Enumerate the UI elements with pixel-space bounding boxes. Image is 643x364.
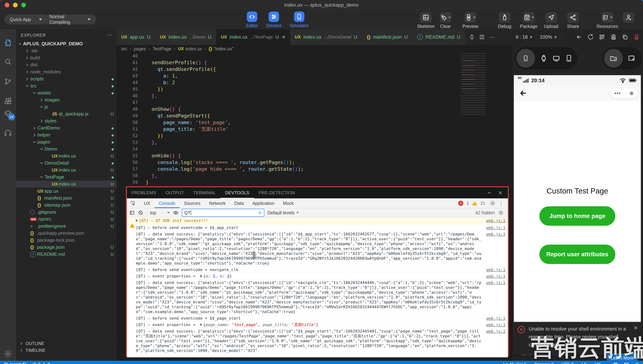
device-fold-icon[interactable]	[565, 54, 573, 62]
device-watch-icon[interactable]	[540, 54, 548, 62]
fit-screen-icon[interactable]	[627, 54, 635, 62]
git-branch-item[interactable]: main*	[4, 362, 27, 364]
console-source-link[interactable]: web.js:1	[486, 232, 505, 236]
skeleton-button[interactable]: Skeleton	[417, 12, 434, 29]
outline-section[interactable]: OUTLINE	[16, 340, 117, 347]
tab-app.ux[interactable]: UXapp.uxU	[117, 29, 155, 45]
clear-filter-icon[interactable]: ⊗	[258, 210, 262, 215]
console-row[interactable]: [QT] — QT SDK init success!!!web.js:1	[127, 218, 508, 224]
clear-button[interactable]: Clear	[440, 12, 451, 29]
explorer-more-icon[interactable]: ⋯	[107, 32, 112, 38]
devtools-settings-gear-icon[interactable]	[490, 199, 495, 207]
folder-view-icon[interactable]	[604, 49, 623, 68]
console-row[interactable]: [QT] — event properties = {page_name: "t…	[127, 322, 508, 328]
devtools-tab-sources[interactable]: Sources	[180, 198, 205, 208]
tree-item-index.ux[interactable]: UXindex.uxU	[16, 152, 117, 160]
account-button[interactable]	[623, 12, 634, 23]
tree-item-DemoDetail[interactable]: DemoDetail	[16, 160, 117, 166]
tree-item-Demo[interactable]: Demo	[16, 146, 117, 152]
breadcrumb-item[interactable]: src	[121, 46, 127, 52]
tree-item-APLUS_QUICKAPP_DEMO[interactable]: APLUS_QUICKAPP_DEMO	[16, 40, 117, 47]
devtools-tab-mock[interactable]: Mock	[279, 198, 298, 208]
breadcrumb-item[interactable]: TestPage	[153, 46, 171, 52]
phone-back-icon[interactable]	[519, 89, 527, 97]
device-phone-icon[interactable]	[516, 49, 535, 68]
tree-item-js[interactable]: js	[16, 104, 117, 110]
console-sidebar-toggle-icon[interactable]	[129, 210, 135, 216]
devtools-kebab-icon[interactable]: ⋮	[498, 200, 504, 206]
settings-gear-icon[interactable]	[4, 350, 13, 358]
console-settings-gear-icon[interactable]	[498, 208, 503, 217]
minimap[interactable]	[461, 53, 486, 115]
devtools-tab-application[interactable]: Application	[248, 198, 279, 208]
tree-item-.ide[interactable]: .ide	[16, 47, 117, 54]
target-dropdown[interactable]: Quick App	[4, 14, 48, 24]
console-source-link[interactable]: web.js:1	[486, 316, 505, 321]
panel-tab-devtools[interactable]: DEVTOOLS	[220, 187, 254, 198]
tree-item-index.ux[interactable]: UXindex.uxU	[16, 180, 117, 188]
sim-qrcode-icon[interactable]	[599, 34, 605, 40]
tree-item-src[interactable]: src	[16, 82, 117, 90]
extensions-icon[interactable]	[4, 97, 13, 106]
aspect-ratio-dropdown[interactable]: 9 : 16▾	[512, 34, 536, 40]
console-source-link[interactable]: web.js:1	[486, 225, 505, 230]
device-tv-icon[interactable]	[552, 54, 560, 62]
console-row[interactable]: [QT] — event properties = {a: 1, b: 2}we…	[127, 273, 508, 280]
tree-item-images[interactable]: images	[16, 96, 117, 104]
phone-close-icon[interactable]: ⊗	[629, 90, 633, 96]
panel-tab-terminal[interactable]: TERMINAL	[189, 187, 220, 198]
console-filter-input[interactable]: QT ⊗	[182, 209, 264, 217]
tree-item-node_modules[interactable]: node_modules	[16, 68, 117, 75]
tree-item-pages[interactable]: pages	[16, 138, 117, 146]
sim-refresh-icon[interactable]	[587, 34, 593, 40]
mode-devtool-button[interactable]: Devtool	[266, 12, 281, 28]
jump-home-button[interactable]: Jump to home page	[539, 206, 615, 226]
breadcrumb-item[interactable]: {} "index.ux"	[209, 46, 234, 52]
tab-index.uxDemo[interactable]: UXindex.ux.../DemoU	[155, 29, 216, 45]
upload-button[interactable]: Upload	[544, 12, 558, 29]
console-source-link[interactable]: web.js:1	[486, 218, 505, 223]
panel-tab-output[interactable]: OUTPUT	[161, 187, 189, 198]
phone-menu-icon[interactable]: •••	[614, 90, 621, 96]
tree-item-dist[interactable]: dist	[16, 61, 117, 68]
console-source-link[interactable]: web.js:1	[486, 322, 505, 327]
tree-item-.prettierignore[interactable]: ≡.prettierignoreU	[16, 223, 117, 230]
tree-item-.gitignore[interactable]: .gitignoreU	[16, 208, 117, 216]
preview-button[interactable]: Preview	[462, 12, 478, 29]
inspect-element-icon[interactable]	[127, 198, 139, 208]
tree-item-TestPage[interactable]: TestPage	[16, 174, 117, 180]
tree-item-manifest.json[interactable]: {}manifest.jsonU	[16, 194, 117, 202]
tree-item-index.ux[interactable]: UXindex.uxU	[16, 166, 117, 174]
open-changes-icon[interactable]	[469, 34, 475, 40]
devtools-tab-network[interactable]: Network	[205, 198, 230, 208]
split-editor-icon[interactable]	[479, 34, 485, 40]
console-source-link[interactable]: web.js:1	[486, 329, 505, 334]
more-actions-icon[interactable]: ⋯	[489, 34, 495, 40]
tab-index.uxTestPage[interactable]: UXindex.ux.../TestPageU×	[216, 29, 290, 45]
console-source-link[interactable]: web.js:1	[486, 267, 505, 272]
tree-item-assets[interactable]: assets	[16, 90, 117, 96]
panel-tab-pre-detection[interactable]: PRE-DETECTION	[254, 187, 300, 198]
breadcrumb-item[interactable]: UX index.ux	[178, 46, 202, 52]
tree-item-.npmrc[interactable]: npm.npmrcU	[16, 216, 117, 223]
package-button[interactable]: Package	[520, 12, 537, 29]
sim-history-clipboard-icon[interactable]	[610, 34, 616, 40]
source-control-icon[interactable]	[4, 77, 13, 86]
notification-close-icon[interactable]: ×	[634, 324, 637, 331]
tree-item-qt_quickapp.js[interactable]: JSqt_quickapp.jsU	[16, 110, 117, 118]
devtools-tab-data[interactable]: Data	[230, 198, 248, 208]
devtools-tab-console[interactable]: Console	[155, 198, 180, 208]
tab-index.uxDemoDetail[interactable]: UXindex.ux.../DemoDetailU	[290, 29, 362, 45]
tree-item-CardDemo[interactable]: CardDemo	[16, 124, 117, 132]
error-badge-icon[interactable]: ✕	[458, 201, 463, 206]
panel-close-icon[interactable]	[498, 190, 503, 195]
tree-item-package.json[interactable]: {}package.jsonU	[16, 244, 117, 251]
close-window-button[interactable]	[5, 3, 9, 7]
resources-button[interactable]: Resources	[596, 12, 618, 29]
sim-disconnect-phone-icon[interactable]	[633, 34, 639, 40]
zoom-window-button[interactable]	[21, 3, 26, 7]
zoom-dropdown[interactable]: 100%▾	[536, 34, 560, 40]
status-ln-40-col-1[interactable]: Ln 40, Col 1	[503, 362, 526, 364]
devtools-tab-ux[interactable]: UX	[140, 198, 155, 208]
context-dropdown[interactable]: top	[150, 210, 170, 216]
